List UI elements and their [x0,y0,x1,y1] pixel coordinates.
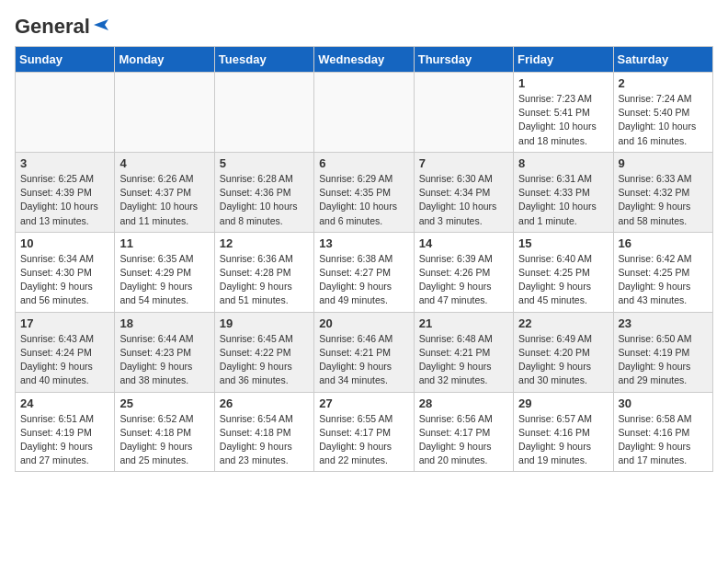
calendar-cell [115,73,214,153]
day-number: 11 [119,236,209,250]
day-number: 25 [119,396,209,410]
day-info: Sunrise: 6:42 AM Sunset: 4:25 PM Dayligh… [619,252,708,308]
calendar-cell: 3Sunrise: 6:25 AM Sunset: 4:39 PM Daylig… [16,152,115,232]
day-number: 27 [319,396,408,410]
calendar-week-3: 10Sunrise: 6:34 AM Sunset: 4:30 PM Dayli… [16,232,713,312]
day-number: 10 [20,236,109,250]
logo-general: General [15,15,90,39]
calendar-table: SundayMondayTuesdayWednesdayThursdayFrid… [15,46,713,472]
calendar-cell: 13Sunrise: 6:38 AM Sunset: 4:27 PM Dayli… [314,232,414,312]
calendar-week-5: 24Sunrise: 6:51 AM Sunset: 4:19 PM Dayli… [16,392,713,472]
weekday-header-thursday: Thursday [414,47,513,73]
day-number: 29 [518,396,608,410]
calendar-cell [16,73,115,153]
logo: General [15,15,110,35]
logo-bird-icon [92,16,110,34]
calendar-cell: 20Sunrise: 6:46 AM Sunset: 4:21 PM Dayli… [314,312,414,392]
svg-marker-0 [94,19,108,30]
day-info: Sunrise: 6:38 AM Sunset: 4:27 PM Dayligh… [319,252,408,308]
calendar-cell: 10Sunrise: 6:34 AM Sunset: 4:30 PM Dayli… [16,232,115,312]
day-info: Sunrise: 6:55 AM Sunset: 4:17 PM Dayligh… [319,412,408,468]
calendar-cell [314,73,414,153]
day-info: Sunrise: 6:44 AM Sunset: 4:23 PM Dayligh… [119,332,209,388]
day-number: 5 [220,156,309,170]
day-number: 16 [619,236,708,250]
day-number: 28 [419,396,508,410]
calendar-cell: 29Sunrise: 6:57 AM Sunset: 4:16 PM Dayli… [514,392,613,472]
calendar-cell: 16Sunrise: 6:42 AM Sunset: 4:25 PM Dayli… [613,232,712,312]
calendar-cell: 21Sunrise: 6:48 AM Sunset: 4:21 PM Dayli… [414,312,513,392]
calendar-cell: 11Sunrise: 6:35 AM Sunset: 4:29 PM Dayli… [115,232,214,312]
calendar-cell [414,73,513,153]
calendar-cell: 17Sunrise: 6:43 AM Sunset: 4:24 PM Dayli… [16,312,115,392]
day-info: Sunrise: 6:31 AM Sunset: 4:33 PM Dayligh… [518,172,608,228]
day-info: Sunrise: 6:33 AM Sunset: 4:32 PM Dayligh… [619,172,708,228]
calendar-week-2: 3Sunrise: 6:25 AM Sunset: 4:39 PM Daylig… [16,152,713,232]
day-number: 21 [419,316,508,330]
day-info: Sunrise: 6:58 AM Sunset: 4:16 PM Dayligh… [619,412,708,468]
day-number: 12 [220,236,309,250]
calendar-cell: 23Sunrise: 6:50 AM Sunset: 4:19 PM Dayli… [613,312,712,392]
day-info: Sunrise: 6:52 AM Sunset: 4:18 PM Dayligh… [119,412,209,468]
day-number: 2 [619,76,708,90]
weekday-header-saturday: Saturday [613,47,712,73]
day-number: 1 [518,76,608,90]
day-info: Sunrise: 6:40 AM Sunset: 4:25 PM Dayligh… [518,252,608,308]
day-number: 7 [419,156,508,170]
day-number: 30 [619,396,708,410]
day-number: 13 [319,236,408,250]
day-info: Sunrise: 6:43 AM Sunset: 4:24 PM Dayligh… [20,332,109,388]
calendar-cell: 24Sunrise: 6:51 AM Sunset: 4:19 PM Dayli… [16,392,115,472]
weekday-header-wednesday: Wednesday [314,47,414,73]
page-header: General [15,15,713,35]
day-number: 18 [119,316,209,330]
day-number: 4 [119,156,209,170]
day-info: Sunrise: 6:50 AM Sunset: 4:19 PM Dayligh… [619,332,708,388]
day-number: 9 [619,156,708,170]
day-number: 14 [419,236,508,250]
calendar-cell: 30Sunrise: 6:58 AM Sunset: 4:16 PM Dayli… [613,392,712,472]
calendar-cell: 28Sunrise: 6:56 AM Sunset: 4:17 PM Dayli… [414,392,513,472]
day-info: Sunrise: 6:28 AM Sunset: 4:36 PM Dayligh… [220,172,309,228]
calendar-cell: 1Sunrise: 7:23 AM Sunset: 5:41 PM Daylig… [514,73,613,153]
day-info: Sunrise: 6:25 AM Sunset: 4:39 PM Dayligh… [20,172,109,228]
day-number: 22 [518,316,608,330]
day-number: 17 [20,316,109,330]
calendar-cell: 12Sunrise: 6:36 AM Sunset: 4:28 PM Dayli… [214,232,313,312]
day-info: Sunrise: 6:46 AM Sunset: 4:21 PM Dayligh… [319,332,408,388]
calendar-cell: 6Sunrise: 6:29 AM Sunset: 4:35 PM Daylig… [314,152,414,232]
calendar-cell: 26Sunrise: 6:54 AM Sunset: 4:18 PM Dayli… [214,392,313,472]
day-info: Sunrise: 6:30 AM Sunset: 4:34 PM Dayligh… [419,172,508,228]
weekday-header-tuesday: Tuesday [214,47,313,73]
day-number: 26 [220,396,309,410]
day-info: Sunrise: 6:45 AM Sunset: 4:22 PM Dayligh… [220,332,309,388]
calendar-header-row: SundayMondayTuesdayWednesdayThursdayFrid… [16,47,713,73]
day-number: 6 [319,156,408,170]
calendar-cell: 14Sunrise: 6:39 AM Sunset: 4:26 PM Dayli… [414,232,513,312]
day-number: 20 [319,316,408,330]
calendar-cell: 18Sunrise: 6:44 AM Sunset: 4:23 PM Dayli… [115,312,214,392]
day-info: Sunrise: 6:35 AM Sunset: 4:29 PM Dayligh… [119,252,209,308]
calendar-week-1: 1Sunrise: 7:23 AM Sunset: 5:41 PM Daylig… [16,73,713,153]
calendar-cell: 5Sunrise: 6:28 AM Sunset: 4:36 PM Daylig… [214,152,313,232]
day-number: 24 [20,396,109,410]
day-number: 3 [20,156,109,170]
calendar-cell: 8Sunrise: 6:31 AM Sunset: 4:33 PM Daylig… [514,152,613,232]
weekday-header-monday: Monday [115,47,214,73]
day-info: Sunrise: 6:48 AM Sunset: 4:21 PM Dayligh… [419,332,508,388]
day-number: 8 [518,156,608,170]
day-info: Sunrise: 7:24 AM Sunset: 5:40 PM Dayligh… [619,92,708,148]
calendar-cell: 25Sunrise: 6:52 AM Sunset: 4:18 PM Dayli… [115,392,214,472]
day-info: Sunrise: 6:36 AM Sunset: 4:28 PM Dayligh… [220,252,309,308]
day-info: Sunrise: 7:23 AM Sunset: 5:41 PM Dayligh… [518,92,608,148]
day-info: Sunrise: 6:29 AM Sunset: 4:35 PM Dayligh… [319,172,408,228]
calendar-cell: 9Sunrise: 6:33 AM Sunset: 4:32 PM Daylig… [613,152,712,232]
calendar-cell: 2Sunrise: 7:24 AM Sunset: 5:40 PM Daylig… [613,73,712,153]
calendar-cell [214,73,313,153]
day-info: Sunrise: 6:34 AM Sunset: 4:30 PM Dayligh… [20,252,109,308]
calendar-cell: 4Sunrise: 6:26 AM Sunset: 4:37 PM Daylig… [115,152,214,232]
day-info: Sunrise: 6:39 AM Sunset: 4:26 PM Dayligh… [419,252,508,308]
calendar-cell: 27Sunrise: 6:55 AM Sunset: 4:17 PM Dayli… [314,392,414,472]
calendar-cell: 19Sunrise: 6:45 AM Sunset: 4:22 PM Dayli… [214,312,313,392]
calendar-cell: 15Sunrise: 6:40 AM Sunset: 4:25 PM Dayli… [514,232,613,312]
